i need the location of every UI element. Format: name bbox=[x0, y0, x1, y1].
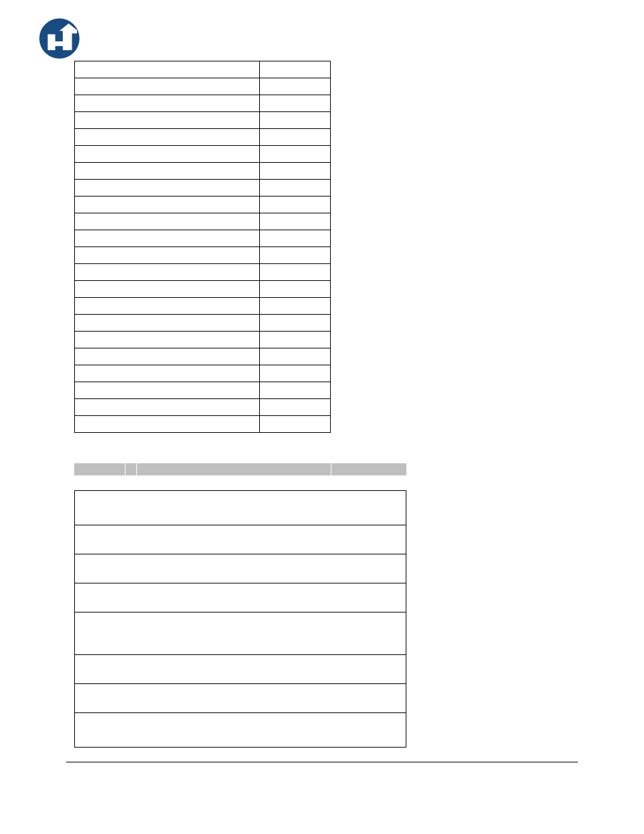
table-cell bbox=[259, 197, 330, 213]
table-cell bbox=[259, 315, 330, 332]
table-row bbox=[75, 95, 331, 112]
table-cell bbox=[259, 281, 330, 298]
table-cell bbox=[75, 213, 260, 230]
table-cell bbox=[259, 213, 330, 230]
table-cell bbox=[259, 298, 330, 315]
table-row bbox=[75, 554, 406, 583]
table-cell bbox=[75, 399, 260, 416]
table-cell bbox=[75, 180, 260, 197]
table-row bbox=[75, 684, 406, 713]
table-row bbox=[75, 197, 331, 213]
table-row bbox=[75, 146, 331, 163]
table-cell bbox=[75, 95, 260, 112]
table-cell bbox=[259, 382, 330, 399]
table-cell bbox=[259, 348, 330, 365]
brand-logo bbox=[38, 18, 80, 59]
table-cell bbox=[75, 613, 406, 655]
table-row bbox=[75, 264, 331, 281]
table-row bbox=[75, 78, 331, 95]
table-cell bbox=[259, 146, 330, 163]
table-cell bbox=[75, 655, 406, 684]
table-row bbox=[75, 655, 406, 684]
table-row bbox=[75, 491, 406, 525]
table-cell bbox=[75, 146, 260, 163]
table-cell bbox=[75, 491, 406, 525]
table-cell bbox=[259, 112, 330, 129]
table-cell bbox=[259, 78, 330, 95]
table-cell bbox=[259, 163, 330, 180]
header-divider bbox=[125, 463, 126, 475]
footer-rule bbox=[66, 762, 578, 762]
table-cell bbox=[259, 365, 330, 382]
table-cell bbox=[75, 197, 260, 213]
table-cell bbox=[75, 61, 260, 78]
table-cell bbox=[75, 230, 260, 247]
table-row bbox=[75, 348, 331, 365]
table-row bbox=[75, 399, 331, 416]
table-cell bbox=[259, 332, 330, 348]
table-row bbox=[75, 213, 331, 230]
table-cell bbox=[259, 129, 330, 146]
table-row bbox=[75, 525, 406, 554]
table-row bbox=[75, 163, 331, 180]
table-cell bbox=[259, 247, 330, 264]
table-row bbox=[75, 416, 331, 433]
table-cell bbox=[75, 315, 260, 332]
table-cell bbox=[75, 332, 260, 348]
table-row bbox=[75, 713, 406, 748]
table-row bbox=[75, 247, 331, 264]
table-cell bbox=[75, 163, 260, 180]
table-cell bbox=[75, 416, 260, 433]
page-content bbox=[74, 61, 567, 748]
table-row bbox=[75, 298, 331, 315]
table-row bbox=[75, 583, 406, 613]
table-row bbox=[75, 230, 331, 247]
header-divider bbox=[331, 463, 331, 475]
table-cell bbox=[75, 583, 406, 613]
table-cell bbox=[75, 281, 260, 298]
svg-point-0 bbox=[39, 18, 80, 59]
table-cell bbox=[259, 416, 330, 433]
table-row bbox=[75, 61, 331, 78]
table-row bbox=[75, 112, 331, 129]
table-cell bbox=[75, 264, 260, 281]
table-cell bbox=[75, 713, 406, 748]
table-cell bbox=[75, 348, 260, 365]
table-cell bbox=[75, 554, 406, 583]
table-cell bbox=[75, 684, 406, 713]
section-header-bar bbox=[74, 463, 406, 475]
table-cell bbox=[259, 95, 330, 112]
table-row bbox=[75, 129, 331, 146]
table-cell bbox=[259, 230, 330, 247]
table-cell bbox=[75, 365, 260, 382]
table-row bbox=[75, 332, 331, 348]
table-cell bbox=[75, 129, 260, 146]
table-row bbox=[75, 382, 331, 399]
table-cell bbox=[75, 525, 406, 554]
table-row bbox=[75, 315, 331, 332]
table-row bbox=[75, 281, 331, 298]
table-cell bbox=[75, 78, 260, 95]
table-cell bbox=[75, 382, 260, 399]
table-row bbox=[75, 613, 406, 655]
lower-blank-table bbox=[74, 490, 406, 748]
table-cell bbox=[75, 247, 260, 264]
page-container bbox=[0, 0, 644, 834]
header-divider bbox=[136, 463, 137, 475]
table-row bbox=[75, 365, 331, 382]
table-cell bbox=[75, 298, 260, 315]
table-cell bbox=[259, 180, 330, 197]
circle-h-logo-icon bbox=[38, 18, 80, 59]
table-cell bbox=[75, 112, 260, 129]
table-cell bbox=[259, 61, 330, 78]
table-cell bbox=[259, 399, 330, 416]
table-row bbox=[75, 180, 331, 197]
upper-blank-table bbox=[74, 61, 331, 433]
table-cell bbox=[259, 264, 330, 281]
